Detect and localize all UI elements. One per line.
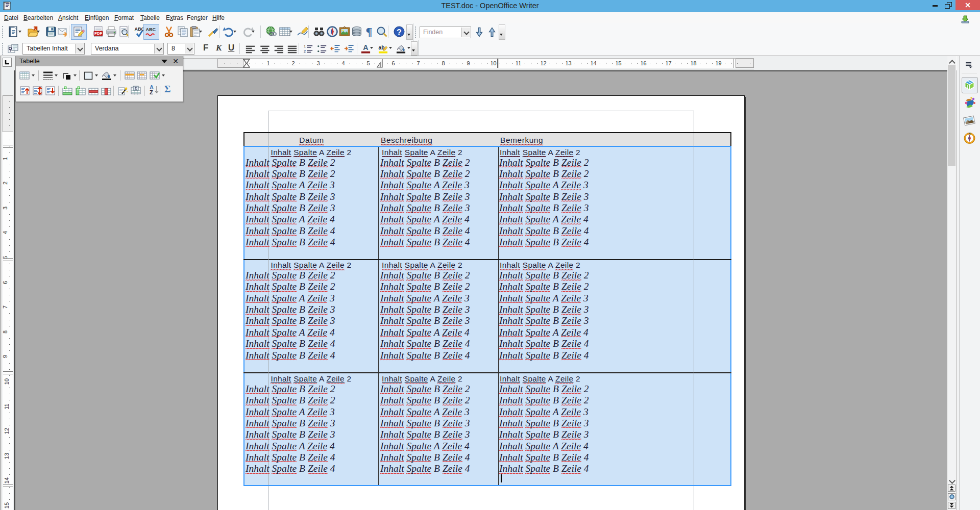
svg-text:ABC: ABC (146, 27, 156, 32)
svg-text:A: A (363, 43, 368, 52)
svg-text:N: N (969, 132, 971, 135)
svg-text:PDF: PDF (94, 31, 102, 36)
svg-text:1: 1 (304, 44, 306, 48)
svg-text:2: 2 (304, 49, 306, 54)
svg-text:?: ? (397, 28, 402, 37)
svg-text:¶: ¶ (366, 26, 373, 38)
